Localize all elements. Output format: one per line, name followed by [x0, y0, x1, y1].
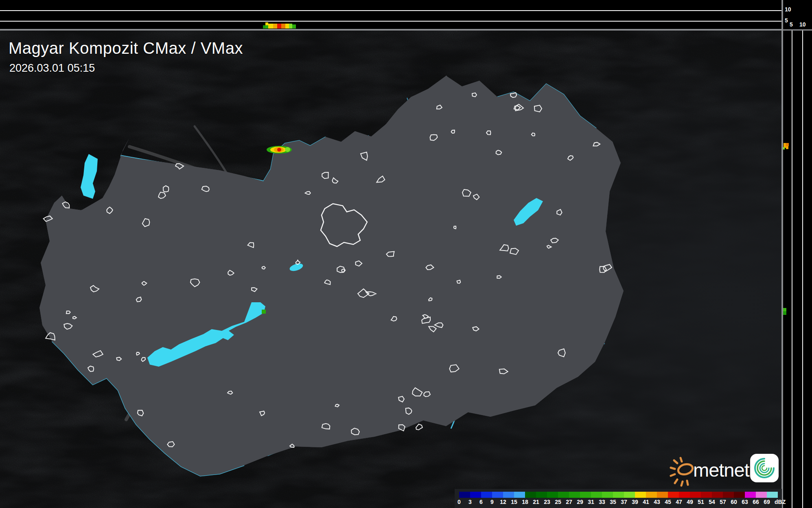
radar-echo-map-cell [262, 310, 266, 314]
legend-tick-label: 21 [533, 499, 539, 505]
radar-echo-right-panel-cell [786, 143, 789, 146]
radar-echo-top-panel-cell [273, 24, 277, 29]
reflectivity-legend: 0369121518212325272931333537394143454749… [455, 489, 782, 508]
right-panel-gridline-5km [792, 31, 792, 508]
legend-color-segment [690, 492, 701, 498]
legend-color-segment [745, 492, 756, 498]
map-canvas [0, 0, 782, 508]
legend-tick-label: 0 [457, 499, 461, 505]
panel-divider-horizontal [0, 29, 812, 31]
hungary-map [0, 0, 782, 508]
legend-tick-label: 18 [522, 499, 528, 505]
radar-echo-right-panel-cell [783, 308, 786, 311]
radar-echo-top-panel-cell [292, 24, 296, 29]
legend-color-segment [503, 492, 514, 498]
legend-color-segment [536, 492, 547, 498]
legend-tick-label: 37 [621, 499, 627, 505]
legend-tick-label: 25 [555, 499, 561, 505]
legend-ticks: 0369121518212325272931333537394143454749… [455, 499, 782, 507]
legend-tick-label: 27 [566, 499, 572, 505]
right-panel-tick-10: 10 [799, 22, 806, 27]
radar-echo-top-panel-cell [285, 24, 289, 29]
legend-tick-label: 29 [577, 499, 583, 505]
legend-tick-label: 49 [687, 499, 693, 505]
legend-tick-label: 33 [599, 499, 605, 505]
legend-tick-label: 31 [588, 499, 594, 505]
legend-tick-label: 23 [544, 499, 550, 505]
legend-color-segment [525, 492, 536, 498]
legend-color-segment [635, 492, 646, 498]
ruler-corner: 10 5 5 10 [783, 0, 812, 29]
legend-color-segment [558, 492, 569, 498]
legend-tick-label: 35 [610, 499, 616, 505]
top-cross-section-panel [0, 0, 782, 29]
swirl-icon [750, 454, 779, 482]
radar-echo-top-panel-cell [281, 24, 285, 29]
legend-unit-label: dBZ [775, 499, 786, 505]
legend-color-segment [734, 492, 745, 498]
legend-color-segment [492, 492, 503, 498]
legend-color-segment [767, 492, 778, 498]
panel-divider-vertical [781, 0, 783, 508]
metnet-logo[interactable]: metnet [671, 451, 781, 488]
legend-tick-label: 66 [753, 499, 759, 505]
legend-color-segment [470, 492, 481, 498]
radar-echo-top-panel-cell [265, 25, 268, 29]
radar-echo-top-panel-cell [268, 24, 273, 29]
right-panel-gridline-10km [802, 31, 803, 508]
legend-tick-label: 57 [720, 499, 726, 505]
logo-wordmark: metnet [693, 459, 749, 481]
legend-tick-label: 60 [731, 499, 737, 505]
legend-color-segment [547, 492, 558, 498]
radar-echo-map-cell [277, 148, 281, 152]
top-panel-tick-10: 10 [785, 7, 791, 12]
legend-tick-label: 41 [643, 499, 649, 505]
legend-color-segment [459, 492, 470, 498]
legend-color-segment [679, 492, 690, 498]
legend-tick-label: 43 [654, 499, 660, 505]
metnet-app-icon [750, 454, 779, 482]
legend-colorbar [459, 492, 778, 498]
legend-tick-label: 69 [764, 499, 770, 505]
legend-color-segment [580, 492, 591, 498]
radar-echo-top-panel-cell [289, 24, 292, 29]
legend-color-segment [657, 492, 668, 498]
legend-tick-label: 45 [665, 499, 671, 505]
timestamp: 2026.03.01 05:15 [9, 62, 95, 75]
legend-color-segment [668, 492, 679, 498]
radar-composite-screen: 10 5 5 10 Magyar Kompozit CMax / VMax 20… [0, 0, 812, 508]
radar-echo-top-panel-cell [277, 24, 281, 29]
legend-color-segment [569, 492, 580, 498]
legend-color-segment [602, 492, 613, 498]
radar-echo-map-cell [285, 147, 290, 152]
legend-tick-label: 51 [698, 499, 704, 505]
legend-color-segment [481, 492, 492, 498]
legend-color-segment [514, 492, 525, 498]
legend-color-segment [591, 492, 602, 498]
legend-tick-label: 3 [468, 499, 472, 505]
top-panel-gridline-5km [0, 21, 782, 22]
legend-tick-label: 12 [500, 499, 506, 505]
legend-tick-label: 9 [490, 499, 494, 505]
legend-color-segment [613, 492, 624, 498]
radar-echo-right-panel-cell [786, 146, 788, 149]
legend-tick-label: 6 [479, 499, 483, 505]
legend-color-segment [646, 492, 657, 498]
legend-tick-label: 54 [709, 499, 715, 505]
right-panel-tick-5: 5 [790, 22, 793, 27]
legend-tick-label: 47 [676, 499, 682, 505]
legend-color-segment [701, 492, 712, 498]
legend-color-segment [624, 492, 635, 498]
legend-tick-label: 63 [742, 499, 748, 505]
radar-echo-right-panel-cell [783, 311, 786, 315]
legend-color-segment [756, 492, 767, 498]
radar-echo-top-panel-cell [265, 22, 268, 25]
right-cross-section-panel [783, 0, 812, 508]
top-panel-gridline-10km [0, 10, 782, 11]
page-title: Magyar Kompozit CMax / VMax [9, 39, 243, 57]
legend-color-segment [712, 492, 723, 498]
legend-tick-label: 39 [632, 499, 638, 505]
legend-color-segment [723, 492, 734, 498]
legend-tick-label: 15 [511, 499, 517, 505]
top-panel-tick-5: 5 [785, 18, 788, 23]
